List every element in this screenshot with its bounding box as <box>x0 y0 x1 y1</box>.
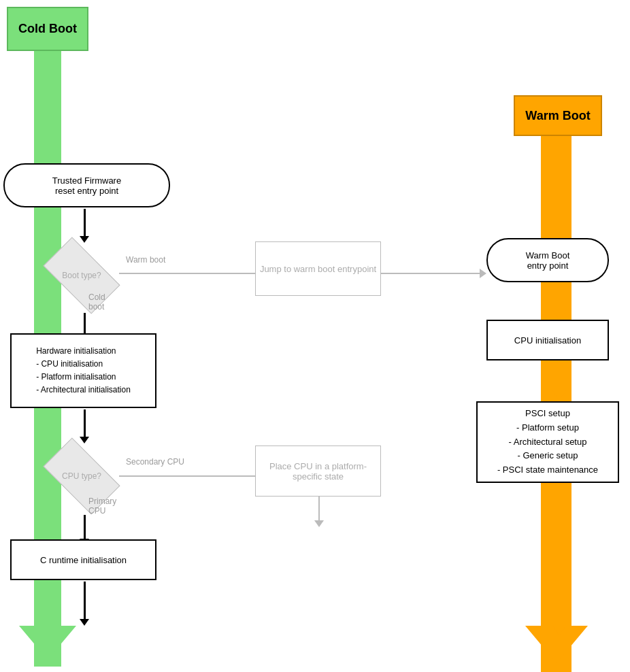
flowchart-diagram: Cold Boot Trusted Firmware reset entry p… <box>0 0 630 672</box>
cold-boot-path-label: Cold boot <box>88 292 105 312</box>
arrow-wb-to-cpu <box>552 284 566 320</box>
primary-cpu-label: Primary CPU <box>88 497 116 516</box>
trusted-firmware-oval: Trusted Firmware reset entry point <box>3 163 170 207</box>
cold-boot-arrow <box>19 626 76 660</box>
arrow-boot-to-jump <box>119 269 262 278</box>
warm-boot-path-label: Warm boot <box>126 255 165 265</box>
cpu-init-box: CPU initialisation <box>486 320 609 360</box>
arrow-psci-down <box>552 484 566 635</box>
arrow-cpu-to-psci <box>552 362 566 400</box>
warm-boot-label: Warm Boot <box>514 95 602 136</box>
boot-type-diamond: Boot type? <box>44 238 119 313</box>
hw-init-box: Hardware initialisation - CPU initialisa… <box>10 333 156 408</box>
psci-box: PSCI setup - Platform setup - Architectu… <box>476 401 619 483</box>
cold-boot-label: Cold Boot <box>7 7 88 51</box>
arrow-cpu-to-place <box>119 471 262 481</box>
arrow-jump-to-wb <box>381 269 486 278</box>
secondary-cpu-label: Secondary CPU <box>126 457 184 467</box>
c-runtime-box: C runtime initialisation <box>10 539 156 580</box>
arrow-crt-down <box>80 582 89 626</box>
arrow-place-cpu-down <box>314 497 324 527</box>
place-cpu-box: Place CPU in a platform-specific state <box>255 446 381 497</box>
jump-warm-boot-box: Jump to warm boot entrypoint <box>255 241 381 296</box>
warm-boot-entry-oval: Warm Boot entry point <box>486 238 609 282</box>
